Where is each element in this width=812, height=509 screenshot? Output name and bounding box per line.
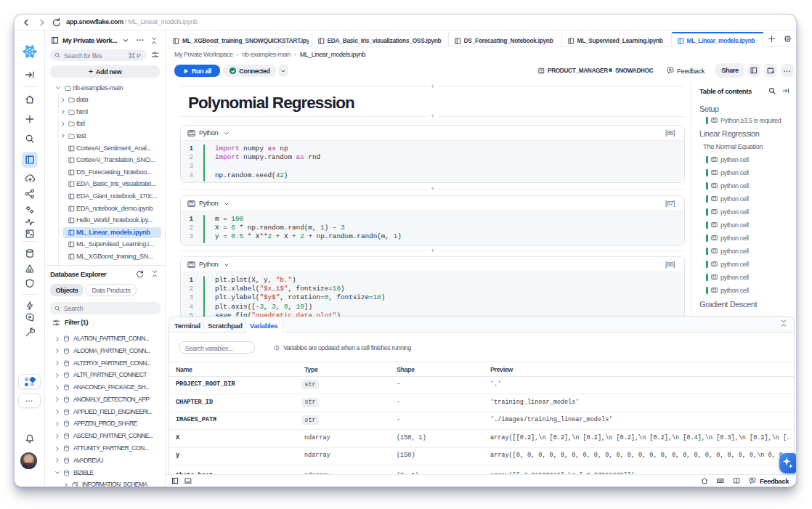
- svg-text:PY: PY: [189, 261, 194, 266]
- svg-text:PY: PY: [712, 288, 717, 291]
- svg-text:PY: PY: [712, 261, 717, 265]
- svg-text:PY: PY: [712, 274, 717, 278]
- svg-text:PY: PY: [712, 118, 717, 121]
- svg-text:PY: PY: [189, 130, 194, 134]
- svg-text:PY: PY: [712, 170, 717, 174]
- svg-text:PY: PY: [189, 200, 194, 205]
- svg-text:PY: PY: [712, 209, 717, 213]
- svg-text:PY: PY: [712, 235, 717, 239]
- svg-text:PY: PY: [712, 248, 717, 252]
- svg-text:PY: PY: [712, 222, 717, 226]
- svg-text:PY: PY: [712, 183, 717, 187]
- svg-text:PY: PY: [712, 157, 717, 160]
- svg-text:PY: PY: [712, 196, 717, 200]
